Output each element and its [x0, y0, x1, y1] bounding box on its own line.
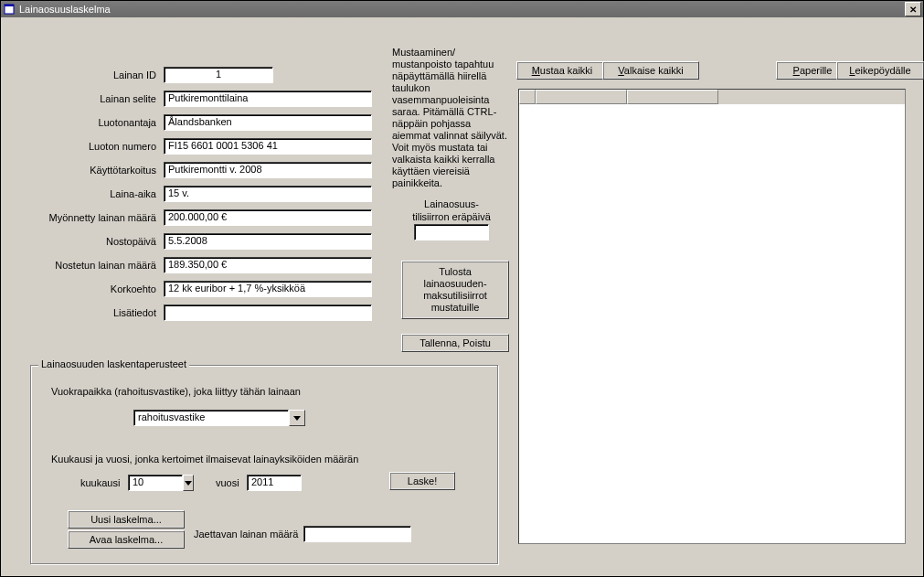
- info-text: Mustaaminen/ mustanpoisto tapahtuu näpäy…: [392, 47, 509, 189]
- laske-button[interactable]: Laske!: [389, 472, 455, 490]
- label-laina-aika: Laina-aika: [47, 188, 156, 199]
- lisatiedot-field[interactable]: [164, 305, 372, 321]
- jaettavan-label: Jaettavan lainan määrä: [194, 529, 298, 540]
- label-korkoehto: Korkoehto: [47, 283, 156, 294]
- vuokra-label: Vuokrapaikka (rahoitusvastike), joka lii…: [51, 386, 301, 397]
- label-myonnetty: Myönnetty lainan määrä: [47, 212, 156, 223]
- valkaise-kaikki-button[interactable]: Valkaise kaikki: [602, 61, 699, 80]
- laina-aika-field[interactable]: 15 v.: [164, 186, 372, 202]
- app-icon: [3, 3, 16, 16]
- korkoehto-field[interactable]: 12 kk euribor + 1,7 %-yksikköä: [164, 281, 372, 297]
- label-lisatiedot: Lisätiedot: [47, 307, 156, 318]
- myonnetty-field[interactable]: 200.000,00 €: [164, 209, 372, 226]
- kayttotarkoitus-field[interactable]: Putkiremontti v. 2008: [164, 162, 372, 178]
- vuokra-value: rahoitusvastike: [133, 410, 289, 426]
- kuukausi-value: 10: [128, 475, 183, 491]
- data-table[interactable]: [518, 89, 906, 544]
- luoton-numero-field[interactable]: FI15 6601 0001 5306 41: [164, 138, 372, 155]
- col-2[interactable]: [627, 90, 718, 104]
- vuokra-select[interactable]: rahoitusvastike: [133, 410, 305, 426]
- label-luotonantaja: Luotonantaja: [47, 117, 156, 128]
- kuukausi-label: kuukausi: [80, 477, 120, 488]
- chevron-down-icon[interactable]: [289, 410, 305, 426]
- nostetun-field[interactable]: 189.350,00 €: [164, 257, 372, 273]
- lainan-id-field: 1: [164, 67, 273, 83]
- erapaiva-label-2: tilisiirron eräpäivä: [401, 211, 502, 222]
- tallenna-button[interactable]: Tallenna, Poistu: [401, 334, 509, 352]
- group-legend: Lainaosuuden laskentaperusteet: [38, 358, 189, 369]
- tulosta-button[interactable]: Tulosta lainaosuuden-maksutilisiirrot mu…: [401, 261, 509, 319]
- kuukausi-select[interactable]: 10: [128, 475, 194, 491]
- label-lainan-id: Lainan ID: [47, 69, 156, 80]
- label-luoton-numero: Luoton numero: [47, 141, 156, 152]
- vuosi-field[interactable]: 2011: [247, 475, 302, 491]
- jaettavan-field[interactable]: [303, 526, 411, 542]
- svg-rect-1: [5, 5, 14, 6]
- leikepoydalle-button[interactable]: Leikepöydälle: [836, 61, 924, 80]
- table-body[interactable]: [519, 104, 905, 543]
- label-kayttotarkoitus: Käyttötarkoitus: [47, 165, 156, 176]
- window-title: Lainaosuuslaskelma: [19, 4, 905, 15]
- lainan-selite-field[interactable]: Putkiremonttilaina: [164, 91, 372, 107]
- luotonantaja-field[interactable]: Ålandsbanken: [164, 114, 372, 131]
- erapaiva-field[interactable]: [414, 224, 489, 240]
- mustaa-kaikki-button[interactable]: Mustaa kaikki: [516, 61, 608, 80]
- col-1[interactable]: [536, 90, 627, 104]
- label-nostopaiva: Nostopäivä: [47, 236, 156, 247]
- chevron-down-icon[interactable]: [183, 475, 194, 491]
- vuosi-label: vuosi: [216, 477, 239, 488]
- laskentaperusteet-group: Lainaosuuden laskentaperusteet Vuokrapai…: [30, 365, 498, 564]
- close-icon[interactable]: ✕: [905, 2, 921, 16]
- label-lainan-selite: Lainan selite: [47, 93, 156, 104]
- nostopaiva-field[interactable]: 5.5.2008: [164, 233, 372, 250]
- kk-label: Kuukausi ja vuosi, jonka kertoimet ilmai…: [51, 454, 358, 465]
- erapaiva-label-1: Lainaosuus-: [401, 198, 502, 209]
- label-nostetun: Nostetun lainan määrä: [47, 260, 156, 271]
- col-select[interactable]: [519, 90, 536, 104]
- uusi-laskelma-button[interactable]: Uusi laskelma...: [68, 510, 185, 529]
- avaa-laskelma-button[interactable]: Avaa laskelma...: [68, 530, 185, 549]
